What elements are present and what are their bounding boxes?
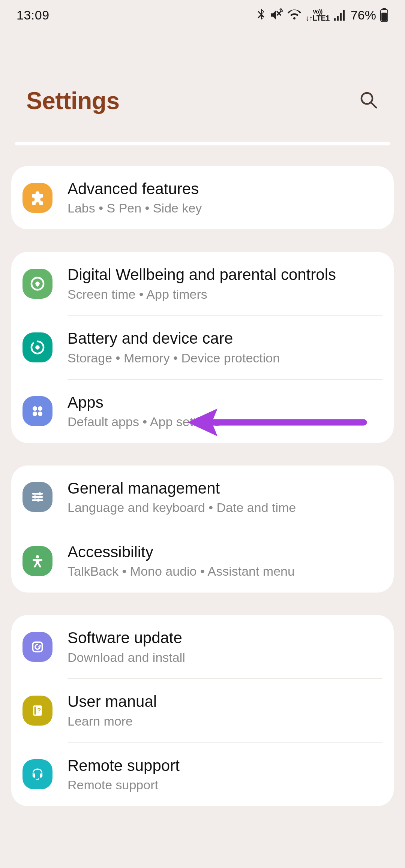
settings-group: Advanced features Labs • S Pen • Side ke… [11,166,394,229]
svg-text:?: ? [37,707,41,714]
row-title: Accessibility [68,543,382,561]
battery-percent: 76% [351,8,376,22]
row-subtitle: TalkBack • Mono audio • Assistant menu [68,564,382,579]
row-subtitle: Screen time • App timers [68,287,382,302]
status-bar: 13:09 Vo)) ↓↑LTE1 76% [0,0,405,30]
accessibility-icon [22,546,52,576]
settings-item-general-management[interactable]: General management Language and keyboard… [11,465,394,529]
svg-point-9 [33,412,37,416]
row-title: Battery and device care [68,329,382,348]
row-title: Software update [68,629,382,647]
battery-icon-status [380,8,388,22]
status-icons: Vo)) ↓↑LTE1 76% [256,8,388,22]
row-subtitle: Default apps • App settings [68,414,382,430]
settings-item-user-manual[interactable]: ? User manual Learn more [11,679,394,742]
settings-item-digital-wellbeing[interactable]: Digital Wellbeing and parental controls … [11,252,394,315]
row-title: Advanced features [68,180,382,198]
svg-point-16 [37,499,40,502]
row-subtitle: Labs • S Pen • Side key [68,201,382,216]
row-subtitle: Language and keyboard • Date and time [68,500,382,515]
header-divider [15,142,390,145]
settings-group: Digital Wellbeing and parental controls … [11,252,394,443]
svg-rect-2 [381,13,387,21]
sliders-icon [22,482,52,512]
battery-icon [22,332,52,362]
settings-item-software-update[interactable]: Software update Download and install [11,615,394,678]
row-subtitle: Download and install [68,650,382,665]
svg-line-4 [371,103,376,108]
puzzle-icon [22,183,52,213]
row-title: User manual [68,692,382,711]
wifi-icon [287,9,302,21]
settings-group: Software update Download and install ? U… [11,615,394,806]
svg-rect-18 [33,642,42,651]
wellbeing-icon [22,269,52,299]
network-type-icon: Vo)) ↓↑LTE1 [306,9,330,22]
row-subtitle: Storage • Memory • Device protection [68,350,382,366]
svg-point-8 [38,406,42,411]
settings-item-advanced-features[interactable]: Advanced features Labs • S Pen • Side ke… [11,166,394,229]
row-title: General management [68,479,382,498]
page-header: Settings [0,30,405,142]
settings-item-accessibility[interactable]: Accessibility TalkBack • Mono audio • As… [11,529,394,593]
row-subtitle: Learn more [68,714,382,729]
svg-point-6 [35,345,40,350]
search-icon [358,90,379,110]
settings-group: General management Language and keyboard… [11,465,394,593]
row-subtitle: Remote support [68,777,382,793]
row-title: Remote support [68,756,382,775]
svg-rect-20 [34,706,36,714]
row-title: Digital Wellbeing and parental controls [68,265,382,284]
svg-point-7 [33,406,37,411]
bluetooth-icon [256,8,266,22]
svg-point-14 [38,492,41,495]
settings-item-remote-support[interactable]: Remote support Remote support [11,743,394,806]
svg-point-10 [38,412,42,416]
mute-icon [270,8,283,22]
settings-item-battery-device-care[interactable]: Battery and device care Storage • Memory… [11,316,394,379]
svg-point-15 [34,495,37,498]
page-title: Settings [26,87,119,115]
settings-item-apps[interactable]: Apps Default apps • App settings [11,380,394,443]
status-time: 13:09 [16,8,50,22]
search-button[interactable] [355,86,382,115]
support-icon [22,759,52,789]
signal-icon [333,9,345,21]
apps-icon [22,396,52,426]
svg-point-17 [36,555,39,558]
manual-icon: ? [22,696,52,726]
row-title: Apps [68,393,382,412]
update-icon [22,632,52,662]
